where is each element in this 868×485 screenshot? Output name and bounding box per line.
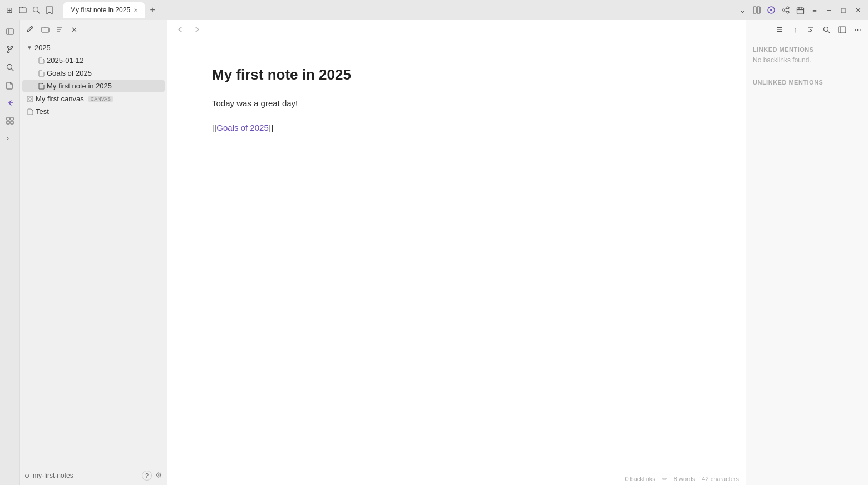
chevron-down-icon[interactable]: ⌄: [737, 4, 748, 16]
nav-forward-button[interactable]: [191, 23, 203, 36]
rp-indent-icon[interactable]: [805, 23, 817, 36]
svg-point-17: [7, 46, 9, 48]
word-count: 8 words: [674, 476, 696, 483]
vault-name: my-first-notes: [33, 472, 73, 479]
rp-more-icon[interactable]: ⋯: [851, 23, 864, 36]
sidebar-item-label: 2025-01-12: [47, 56, 84, 65]
icon-rail: ›_: [0, 20, 20, 485]
svg-point-6: [782, 9, 785, 11]
sidebar-item-test[interactable]: Test: [22, 106, 165, 117]
sidebar: ✕ ▼ 2025 2025-01-12 Goals of 2025: [20, 20, 167, 485]
canvas-rail-icon[interactable]: [3, 113, 17, 128]
search-icon[interactable]: [31, 5, 41, 15]
canvas-badge: CANVAS: [88, 96, 113, 102]
svg-line-41: [827, 31, 829, 32]
svg-rect-23: [7, 117, 9, 120]
terminal-rail-icon[interactable]: ›_: [3, 131, 17, 146]
content-main: My first note in 2025 Today was a great …: [167, 39, 746, 473]
grid-icon[interactable]: ⊞: [4, 5, 14, 15]
title-bar-right: ⌄ ≡ − □ ✕: [737, 4, 864, 16]
note-title: My first note in 2025: [212, 66, 701, 83]
content-area: My first note in 2025 Today was a great …: [167, 20, 746, 485]
svg-rect-11: [797, 8, 803, 14]
svg-rect-2: [753, 7, 756, 13]
unlinked-mentions-label: UNLINKED MENTIONS: [753, 79, 861, 86]
tab-close-button[interactable]: ✕: [134, 7, 138, 13]
svg-rect-32: [31, 96, 33, 98]
layout-icon[interactable]: [751, 4, 762, 16]
sort-icon[interactable]: [53, 23, 66, 36]
right-panel-toolbar: ↑ ⋯: [746, 20, 868, 39]
svg-rect-42: [839, 27, 846, 33]
rp-list-icon[interactable]: [773, 23, 786, 36]
sidebar-item-year-2025[interactable]: ▼ 2025: [22, 42, 165, 53]
tab-label: My first note in 2025: [70, 6, 130, 14]
title-bar-left: ⊞: [4, 5, 55, 15]
minimize-button[interactable]: −: [823, 4, 835, 16]
backlinks-rail-icon[interactable]: [3, 96, 17, 110]
collapse-icon[interactable]: ✕: [68, 23, 80, 36]
sidebar-nav: ▼ 2025 2025-01-12 Goals of 2025 My first…: [20, 39, 167, 466]
link-suffix: ]]: [269, 123, 273, 132]
svg-rect-31: [27, 96, 29, 98]
highlight-mode-icon[interactable]: [766, 4, 777, 16]
svg-line-22: [11, 69, 13, 71]
sidebar-item-2025-01-12[interactable]: 2025-01-12: [22, 55, 165, 66]
rp-arrow-up-icon[interactable]: ↑: [789, 23, 801, 36]
svg-rect-15: [7, 29, 13, 34]
svg-line-10: [785, 11, 787, 12]
svg-rect-26: [11, 121, 13, 124]
sidebar-item-my-first-note[interactable]: My first note in 2025: [22, 80, 165, 92]
settings-icon[interactable]: ⚙: [155, 471, 162, 481]
close-button[interactable]: ✕: [852, 4, 864, 16]
active-tab[interactable]: My first note in 2025 ✕: [63, 2, 145, 18]
linked-mentions-label: LINKED MENTIONS: [753, 46, 861, 53]
edit-icon: ✏: [662, 476, 667, 483]
content-toolbar: [167, 20, 746, 39]
sidebar-item-goals-of-2025[interactable]: Goals of 2025: [22, 67, 165, 79]
tab-add-button[interactable]: +: [146, 3, 159, 17]
new-note-icon[interactable]: [24, 23, 37, 36]
main-layout: ›_ ✕ ▼ 2025 2025-01-12: [0, 20, 868, 485]
svg-point-7: [787, 7, 789, 9]
note-body: Today was a great day! [[Goals of 2025]]: [212, 97, 701, 135]
rp-sidebar-icon[interactable]: [836, 23, 848, 36]
link-graph-icon[interactable]: [780, 4, 791, 16]
svg-rect-3: [757, 7, 760, 13]
help-icon[interactable]: ?: [142, 471, 152, 481]
files-rail-icon[interactable]: [3, 78, 17, 92]
svg-point-5: [770, 9, 772, 11]
rp-search-icon[interactable]: [820, 23, 832, 36]
svg-point-40: [823, 27, 828, 31]
char-count: 42 characters: [702, 476, 739, 483]
restore-button[interactable]: □: [838, 4, 849, 16]
sidebar-item-label: Test: [36, 107, 49, 116]
new-folder-icon[interactable]: [39, 23, 51, 36]
year-label: 2025: [34, 43, 51, 52]
git-icon[interactable]: [3, 42, 17, 57]
calendar-icon[interactable]: [795, 4, 806, 16]
svg-rect-24: [11, 117, 13, 120]
hamburger-menu-icon[interactable]: ≡: [809, 4, 820, 16]
svg-point-19: [11, 46, 13, 48]
sidebar-footer-icons: ? ⚙: [142, 471, 162, 481]
right-panel: ↑ ⋯ LINKED MENTIONS No backlinks found. …: [746, 20, 868, 485]
sidebar-footer: ⊙ my-first-notes ? ⚙: [20, 466, 167, 485]
svg-line-1: [38, 12, 40, 14]
title-bar: ⊞ My first note in 2025 ✕ + ⌄ ≡: [0, 0, 868, 20]
goals-link[interactable]: Goals of 2025: [216, 123, 268, 132]
folder-icon[interactable]: [18, 5, 28, 15]
svg-line-9: [785, 8, 787, 9]
note-wikilink-line: [[Goals of 2025]]: [212, 121, 701, 135]
sidebar-item-label: Goals of 2025: [47, 69, 92, 77]
nav-back-button[interactable]: [174, 23, 186, 36]
backlinks-count: 0 backlinks: [625, 476, 655, 483]
sidebar-item-my-first-canvas[interactable]: My first canvas CANVAS: [22, 93, 165, 105]
no-backlinks-text: No backlinks found.: [753, 56, 861, 64]
search-rail-icon[interactable]: [3, 60, 17, 75]
sidebar-item-label: My first note in 2025: [47, 82, 112, 90]
sidebar-toggle-icon[interactable]: [3, 24, 17, 39]
right-panel-content: LINKED MENTIONS No backlinks found. UNLI…: [746, 39, 868, 96]
svg-rect-25: [7, 121, 9, 124]
bookmark-icon[interactable]: [45, 5, 55, 15]
